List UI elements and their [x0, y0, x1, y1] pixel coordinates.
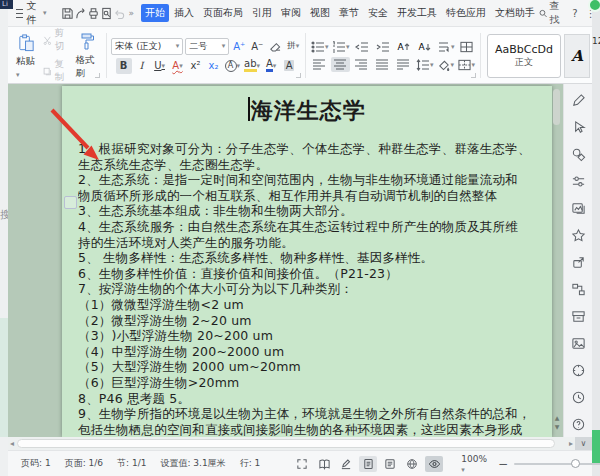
- show-marks-button[interactable]: ▾: [436, 39, 455, 54]
- next-page-button[interactable]: ▼: [555, 423, 560, 430]
- print-preview-button[interactable]: [100, 4, 113, 22]
- vertical-scroll-thumb[interactable]: [553, 89, 560, 125]
- numbered-list-button[interactable]: ▾: [331, 39, 350, 54]
- font-size-select[interactable]: 二号 ▾: [185, 38, 229, 55]
- find-button[interactable]: 查找: [539, 0, 564, 27]
- enclose-char-button[interactable]: A▾: [224, 58, 242, 74]
- bullet-list-button[interactable]: ▾: [310, 39, 329, 54]
- locate-button[interactable]: [570, 362, 586, 378]
- select-tool-button[interactable]: [570, 119, 586, 135]
- favorites-button[interactable]: [570, 227, 586, 243]
- menubar-tab[interactable]: 文档助手: [491, 4, 539, 22]
- save-button[interactable]: [61, 4, 74, 22]
- line-spacing-button[interactable]: ▾: [415, 57, 434, 72]
- text-direction-button[interactable]: A: [394, 39, 413, 54]
- italic-button[interactable]: I: [134, 58, 150, 74]
- scroll-right-arrow[interactable]: ▸: [567, 437, 575, 450]
- page-view-button[interactable]: [359, 456, 377, 472]
- undo-button[interactable]: [113, 4, 126, 22]
- style-item-clipped[interactable]: A: [564, 34, 590, 78]
- increase-indent-button[interactable]: [373, 39, 392, 54]
- share-button[interactable]: [570, 254, 586, 270]
- align-left-button[interactable]: [310, 57, 329, 72]
- char-shading-button[interactable]: A: [281, 58, 297, 74]
- shrink-font-button[interactable]: A⁻: [249, 38, 265, 54]
- shading-button[interactable]: ▾: [436, 57, 455, 72]
- vertical-scrollbar[interactable]: [552, 84, 562, 437]
- distribute-button[interactable]: [394, 57, 413, 72]
- menubar-tab[interactable]: 页面布局: [199, 4, 247, 22]
- chevron-down-icon: ▾: [450, 61, 454, 69]
- highlight-button[interactable]: ab▾: [243, 58, 261, 74]
- paste-button[interactable]: 粘贴 ▾: [12, 32, 41, 80]
- font-color-button[interactable]: A▾: [263, 58, 279, 74]
- chevron-down-icon: ▾: [257, 62, 261, 70]
- write-view-button[interactable]: [337, 456, 355, 472]
- insert-picture-button[interactable]: [570, 335, 586, 351]
- faint-chevron-icon: ▾: [82, 196, 86, 204]
- format-painter-icon: [78, 32, 96, 52]
- insert-table-button[interactable]: [457, 39, 476, 54]
- help-button[interactable]: ?: [572, 8, 577, 19]
- menubar-tab[interactable]: 开始: [141, 4, 169, 22]
- document-page[interactable]: 海洋生态学 1、根据研究对象可分为：分子生态学、个体生态学、种群生态学、群落生态…: [62, 86, 552, 437]
- zoom-level-value[interactable]: 100% ▾: [461, 454, 492, 474]
- prev-page-button[interactable]: ▲: [555, 414, 560, 421]
- eye-protection-button[interactable]: [425, 456, 443, 472]
- sidebar-collapse-button[interactable]: ∨: [575, 437, 592, 450]
- style-glyph: A: [571, 47, 583, 65]
- subscript-button[interactable]: x₂: [206, 58, 222, 74]
- adjust-button[interactable]: [570, 173, 586, 189]
- char-effects-button[interactable]: A▾: [170, 58, 186, 74]
- document-line: （2）微型浮游生物 2~20 um: [78, 313, 540, 329]
- menubar-tab[interactable]: 特色应用: [442, 4, 490, 22]
- shapes-button[interactable]: [570, 146, 586, 162]
- horizontal-scroll-thumb[interactable]: [17, 439, 555, 448]
- print-button[interactable]: [87, 4, 100, 22]
- archive-button[interactable]: [570, 308, 586, 324]
- more-commands-chevron[interactable]: »: [126, 8, 138, 18]
- zoom-out-button[interactable]: −: [498, 459, 508, 469]
- gallery-button[interactable]: [570, 200, 586, 216]
- superscript-button[interactable]: x²: [188, 58, 204, 74]
- font-name-select[interactable]: 宋体 (正文) ▾: [111, 38, 183, 55]
- menubar-tab[interactable]: 章节: [335, 4, 363, 22]
- menubar-tab[interactable]: 引用: [248, 4, 276, 22]
- align-right-button[interactable]: [352, 57, 371, 72]
- export-button[interactable]: [74, 4, 87, 22]
- pinyin-guide-button[interactable]: 拼▾: [285, 38, 301, 54]
- underline-button[interactable]: U▾: [152, 58, 168, 74]
- file-menu-button[interactable]: 文件 ▾: [8, 0, 53, 27]
- outline-view-button[interactable]: [381, 456, 399, 472]
- cut-button[interactable]: 剪切: [43, 27, 70, 53]
- zoom-slider-thumb[interactable]: [571, 459, 580, 468]
- divider: [480, 33, 481, 78]
- grow-font-button[interactable]: A⁺: [231, 38, 247, 54]
- menubar-tab[interactable]: 审阅: [277, 4, 305, 22]
- read-view-button[interactable]: [315, 456, 333, 472]
- flowchart-button[interactable]: [570, 281, 586, 297]
- bold-button[interactable]: B: [116, 58, 132, 74]
- sort-button[interactable]: A: [415, 39, 434, 54]
- scroll-left-arrow[interactable]: ◂: [8, 437, 16, 450]
- justify-button[interactable]: [373, 57, 392, 72]
- chevron-down-icon: ▾: [461, 466, 465, 474]
- menubar-tab[interactable]: 安全: [364, 4, 392, 22]
- horizontal-scroll-track[interactable]: [17, 439, 566, 448]
- copy-button[interactable]: 复制: [43, 58, 70, 84]
- clear-format-button[interactable]: [267, 38, 283, 54]
- status-bar: 页码: 1 页面: 1/6 节: 1/1 设置值: 3.1厘米 行: 1 100…: [8, 450, 592, 476]
- history-button[interactable]: [570, 389, 586, 405]
- menubar-tab[interactable]: 插入: [170, 4, 198, 22]
- help-rail-button[interactable]: [570, 416, 586, 432]
- style-item-normal[interactable]: AaBbCcDd 正文: [487, 34, 561, 78]
- decrease-indent-button[interactable]: [352, 39, 371, 54]
- zoom-slider[interactable]: [514, 463, 600, 465]
- pen-tool-button[interactable]: [570, 92, 586, 108]
- borders-button[interactable]: ▾: [457, 57, 476, 72]
- menubar-tab[interactable]: 开发工具: [393, 4, 441, 22]
- menubar-tab[interactable]: 视图: [306, 4, 334, 22]
- web-view-button[interactable]: [403, 456, 421, 472]
- align-center-button[interactable]: [331, 57, 350, 72]
- fullscreen-view-button[interactable]: [293, 456, 311, 472]
